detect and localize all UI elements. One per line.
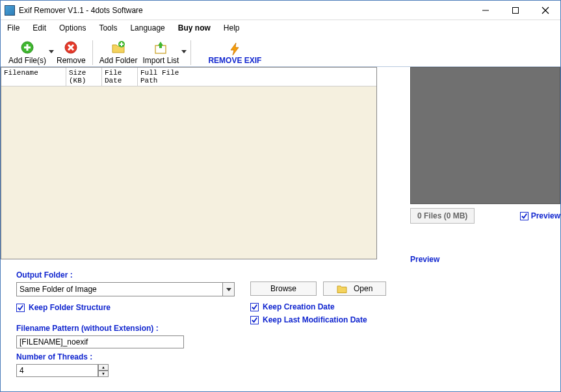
menu-tools[interactable]: Tools — [99, 23, 117, 33]
output-folder-input[interactable] — [16, 282, 223, 296]
import-list-button[interactable]: Import List — [140, 37, 181, 65]
maximize-button[interactable] — [501, 1, 530, 20]
remove-exif-button[interactable]: REMOVE EXIF — [203, 42, 267, 65]
add-folder-label: Add Folder — [99, 56, 138, 65]
svg-marker-7 — [49, 50, 54, 53]
files-count-label: 0 Files (0 MB) — [410, 208, 475, 224]
bolt-icon — [228, 42, 242, 56]
checkbox-icon — [250, 316, 259, 324]
add-files-label: Add File(s) — [8, 56, 46, 65]
add-icon — [20, 40, 34, 55]
app-icon — [5, 5, 15, 16]
import-icon — [153, 40, 168, 55]
menu-options[interactable]: Options — [59, 23, 86, 33]
left-panel: Filename Size (KB) File Date Full File P… — [1, 67, 408, 264]
toolbar-separator-2 — [190, 40, 191, 65]
toolbar-separator — [92, 40, 93, 65]
window-title: Exif Remover V1.1 - 4dots Software — [19, 6, 471, 15]
bottom-column-2: Browse Open Keep Creation Date Keep Last… — [250, 270, 547, 377]
open-button[interactable]: Open — [323, 281, 386, 296]
content-area: Filename Size (KB) File Date Full File P… — [1, 67, 560, 264]
close-button[interactable] — [530, 1, 560, 20]
output-folder-combo[interactable] — [16, 282, 235, 296]
svg-rect-1 — [513, 7, 519, 13]
window-controls — [471, 1, 560, 20]
menu-edit[interactable]: Edit — [33, 23, 46, 33]
right-panel: 0 Files (0 MB) Preview Preview — [408, 67, 560, 264]
checkbox-icon — [250, 303, 259, 311]
num-threads-spinner[interactable]: ▲ ▼ — [16, 364, 235, 377]
num-threads-label: Number of Threads : — [16, 352, 235, 361]
filename-pattern-input[interactable] — [16, 335, 184, 348]
keep-creation-date-checkbox[interactable]: Keep Creation Date — [250, 302, 547, 311]
remove-button[interactable]: Remove — [54, 37, 88, 65]
remove-icon — [64, 40, 78, 55]
svg-marker-17 — [181, 50, 187, 53]
menu-buynow[interactable]: Buy now — [178, 23, 211, 33]
spinner-up[interactable]: ▲ — [98, 364, 109, 371]
menu-file[interactable]: File — [7, 23, 20, 33]
menu-language[interactable]: Language — [130, 23, 164, 33]
output-folder-label: Output Folder : — [16, 270, 235, 280]
keep-creation-date-label: Keep Creation Date — [263, 302, 335, 311]
svg-marker-19 — [226, 288, 231, 291]
add-files-dropdown[interactable] — [49, 37, 54, 65]
col-filename[interactable]: Filename — [1, 68, 66, 86]
preview-checkbox-label: Preview — [531, 211, 560, 220]
preview-row: 0 Files (0 MB) Preview — [410, 208, 560, 224]
preview-image-box — [410, 67, 560, 204]
grid-header: Filename Size (KB) File Date Full File P… — [1, 68, 376, 86]
browse-open-row: Browse Open — [250, 281, 547, 296]
remove-label: Remove — [57, 56, 86, 65]
keep-folder-structure-label: Keep Folder Structure — [29, 303, 111, 312]
add-files-button[interactable]: Add File(s) — [6, 37, 49, 65]
col-size[interactable]: Size (KB) — [66, 68, 102, 86]
import-list-dropdown[interactable] — [181, 37, 187, 65]
browse-button[interactable]: Browse — [250, 281, 317, 296]
keep-folder-structure-checkbox[interactable]: Keep Folder Structure — [16, 303, 235, 312]
preview-section-label: Preview — [410, 255, 560, 264]
minimize-button[interactable] — [471, 1, 501, 20]
remove-exif-label: REMOVE EXIF — [208, 56, 261, 65]
import-list-label: Import List — [142, 56, 179, 65]
folder-open-icon — [337, 284, 347, 293]
keep-last-mod-date-label: Keep Last Modification Date — [263, 315, 367, 324]
chevron-down-icon[interactable] — [223, 282, 235, 296]
svg-rect-16 — [159, 45, 162, 48]
spinner-down[interactable]: ▼ — [98, 371, 109, 377]
open-label: Open — [354, 284, 372, 293]
title-bar: Exif Remover V1.1 - 4dots Software — [1, 1, 560, 20]
svg-marker-18 — [231, 43, 239, 55]
folder-add-icon — [111, 40, 125, 55]
checkbox-icon — [520, 212, 528, 220]
filename-pattern-label: Filename Pattern (without Extension) : — [16, 324, 235, 333]
checkbox-icon — [16, 304, 25, 312]
bottom-panel: Output Folder : Keep Folder Structure Fi… — [1, 264, 560, 377]
keep-last-mod-date-checkbox[interactable]: Keep Last Modification Date — [250, 315, 547, 324]
preview-checkbox[interactable]: Preview — [520, 211, 560, 220]
toolbar: Add File(s) Remove Add Folder Import Lis… — [1, 36, 560, 67]
col-fullpath[interactable]: Full File Path — [138, 68, 195, 86]
menu-bar: File Edit Options Tools Language Buy now… — [1, 20, 560, 36]
col-filedate[interactable]: File Date — [102, 68, 138, 86]
menu-help[interactable]: Help — [224, 23, 240, 33]
add-folder-button[interactable]: Add Folder — [97, 37, 140, 65]
file-grid[interactable]: Filename Size (KB) File Date Full File P… — [1, 67, 377, 259]
num-threads-input[interactable] — [16, 364, 98, 377]
bottom-column-1: Output Folder : Keep Folder Structure Fi… — [16, 270, 235, 377]
